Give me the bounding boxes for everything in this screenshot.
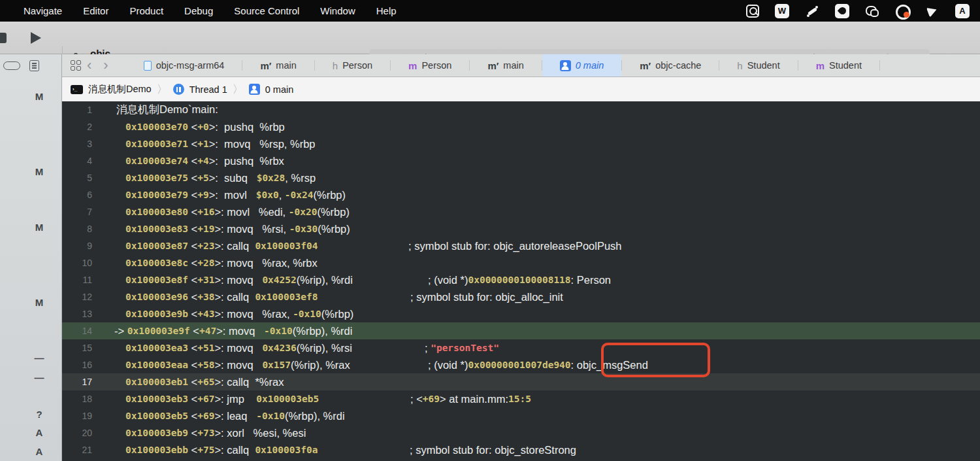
input-a-icon[interactable]: A bbox=[955, 4, 970, 18]
file-status-mark: ? bbox=[31, 409, 47, 420]
tab-main[interactable]: m′main bbox=[470, 54, 541, 77]
line-number[interactable]: 12 bbox=[62, 292, 99, 302]
w-app-icon[interactable]: W bbox=[775, 4, 789, 18]
code-token: 0x100003e74 bbox=[125, 156, 188, 166]
globe-badge-icon[interactable] bbox=[895, 4, 909, 18]
line-number[interactable]: 21 bbox=[62, 445, 99, 455]
code-token: -> bbox=[114, 325, 127, 337]
line-number[interactable]: 19 bbox=[62, 411, 99, 421]
sparkles-icon[interactable] bbox=[805, 4, 819, 18]
code-token: 0x4236 bbox=[262, 343, 296, 353]
asm-line: 70x100003e80 <+16>: movl %edi, -0x20(%rb… bbox=[62, 203, 980, 220]
line-number[interactable]: 18 bbox=[62, 394, 99, 404]
code-token: 0x100003eb5 bbox=[125, 411, 188, 421]
code-token: < bbox=[188, 172, 197, 184]
code-token: 0x00000001007de940 bbox=[468, 360, 570, 370]
code-token: 0x100003e80 bbox=[125, 207, 188, 217]
back-chevron-icon[interactable]: ‹ bbox=[81, 59, 97, 72]
tab-objc-cache[interactable]: m′objc-cache bbox=[622, 54, 719, 77]
asm-line: 120x100003e96 <+38>: callq 0x100003ef8; … bbox=[62, 288, 980, 305]
line-number[interactable]: 3 bbox=[62, 139, 99, 149]
menu-item-navigate[interactable]: Navigate bbox=[13, 0, 73, 22]
wechat-icon[interactable] bbox=[865, 4, 879, 18]
code-token: +0 bbox=[197, 122, 208, 132]
line-number[interactable]: 5 bbox=[62, 173, 99, 183]
forward-chevron-icon[interactable]: › bbox=[97, 59, 114, 72]
line-number[interactable]: 14 bbox=[62, 326, 99, 336]
asm-text: 0x100003e9b <+43>: movq %rax, -0x10(%rbp… bbox=[99, 308, 353, 320]
file-status-mark: A bbox=[31, 427, 47, 438]
code-token: >: leaq bbox=[214, 410, 256, 422]
wing-app-icon[interactable] bbox=[925, 4, 939, 18]
tab-Student[interactable]: mStudent bbox=[798, 54, 879, 77]
debug-crumb-消息机制Demo[interactable]: 消息机制Demo bbox=[71, 83, 152, 95]
asm-text: 0x100003eb5 <+69>: leaq -0x10(%rbp), %rd… bbox=[99, 410, 345, 422]
debug-breadcrumb-bar: 消息机制Demo〉Thread 1〉0 main bbox=[62, 77, 980, 101]
tab-label: Person bbox=[421, 60, 451, 71]
line-number[interactable]: 13 bbox=[62, 309, 99, 319]
code-token: < bbox=[188, 359, 197, 371]
asm-text: 0x100003ea3 <+51>: movq 0x4236(%rip), %r… bbox=[99, 342, 352, 354]
code-token: < bbox=[188, 257, 197, 269]
tab-label: Person bbox=[342, 60, 372, 71]
code-token: 0x100003e79 bbox=[125, 190, 188, 200]
h-file-icon: h bbox=[737, 61, 742, 71]
asm-line: 14-> 0x100003e9f <+47>: movq -0x10(%rbp)… bbox=[62, 322, 980, 339]
code-token: 0x0000000100008118 bbox=[468, 275, 570, 285]
menu-item-editor[interactable]: Editor bbox=[73, 0, 119, 22]
code-token: +58 bbox=[197, 360, 214, 370]
menu-item-help[interactable]: Help bbox=[366, 0, 407, 22]
line-number[interactable]: 8 bbox=[62, 224, 99, 234]
sidebar-header-icons bbox=[0, 54, 61, 71]
line-number[interactable]: 1 bbox=[62, 105, 99, 115]
line-number[interactable]: 6 bbox=[62, 190, 99, 200]
stop-button[interactable] bbox=[0, 33, 7, 43]
line-number[interactable]: 2 bbox=[62, 122, 99, 132]
line-number[interactable]: 4 bbox=[62, 156, 99, 166]
tab-objc-msg-arm64[interactable]: objc-msg-arm64 bbox=[126, 54, 242, 77]
code-token: >: movl bbox=[209, 189, 256, 201]
code-token: -0x10 bbox=[256, 411, 285, 421]
spotlight-doc-icon[interactable] bbox=[746, 5, 759, 18]
code-token: < bbox=[188, 240, 197, 252]
line-number[interactable]: 20 bbox=[62, 428, 99, 438]
debug-crumb-Thread-1[interactable]: Thread 1 bbox=[173, 84, 227, 95]
filter-capsule-icon[interactable] bbox=[3, 61, 20, 70]
menu-item-debug[interactable]: Debug bbox=[174, 0, 223, 22]
tab-0-main[interactable]: 0 main bbox=[542, 54, 622, 77]
pen-app-icon[interactable] bbox=[835, 4, 849, 18]
related-items-grid-icon[interactable] bbox=[71, 60, 81, 71]
tab-Person[interactable]: mPerson bbox=[391, 54, 469, 77]
menu-item-window[interactable]: Window bbox=[310, 0, 365, 22]
debug-crumb-0-main[interactable]: 0 main bbox=[249, 84, 294, 95]
asm-text: 0x100003e8c <+28>: movq %rax, %rbx bbox=[99, 257, 318, 269]
code-token: -0x30 bbox=[289, 224, 318, 234]
line-number[interactable]: 17 bbox=[62, 377, 99, 387]
pause-icon bbox=[173, 84, 184, 95]
asm-comment: ; "personTest" bbox=[425, 339, 499, 356]
line-number[interactable]: 7 bbox=[62, 207, 99, 217]
code-token: 0x100003e83 bbox=[125, 224, 188, 234]
line-number[interactable]: 9 bbox=[62, 241, 99, 251]
line-number[interactable]: 11 bbox=[62, 275, 99, 285]
tab-label: main bbox=[276, 60, 296, 71]
tab-Person[interactable]: hPerson bbox=[315, 54, 390, 77]
m-prime-file-icon: m′ bbox=[260, 61, 271, 71]
run-button[interactable] bbox=[31, 32, 41, 44]
list-icon[interactable] bbox=[29, 60, 39, 71]
line-number[interactable]: 15 bbox=[62, 343, 99, 353]
asm-text: 0x100003eb9 <+73>: xorl %esi, %esi bbox=[99, 427, 306, 439]
code-token: >: xorl %esi, %esi bbox=[214, 427, 306, 439]
menu-item-source-control[interactable]: Source Control bbox=[223, 0, 310, 22]
code-token: >: movq bbox=[214, 359, 262, 371]
code-token: +67 bbox=[197, 394, 214, 404]
m-file-icon: m bbox=[408, 61, 417, 71]
asm-text: 0x100003eb1 <+65>: callq *%rax bbox=[99, 376, 284, 388]
menu-item-product[interactable]: Product bbox=[119, 0, 174, 22]
code-token: (%rbp), %rdi bbox=[285, 410, 345, 422]
line-number[interactable]: 10 bbox=[62, 258, 99, 268]
asm-text: 0x100003e71 <+1>: movq %rsp, %rbp bbox=[99, 138, 316, 150]
tab-Student[interactable]: hStudent bbox=[719, 54, 797, 77]
line-number[interactable]: 16 bbox=[62, 360, 99, 370]
tab-main[interactable]: m′main bbox=[242, 54, 314, 77]
